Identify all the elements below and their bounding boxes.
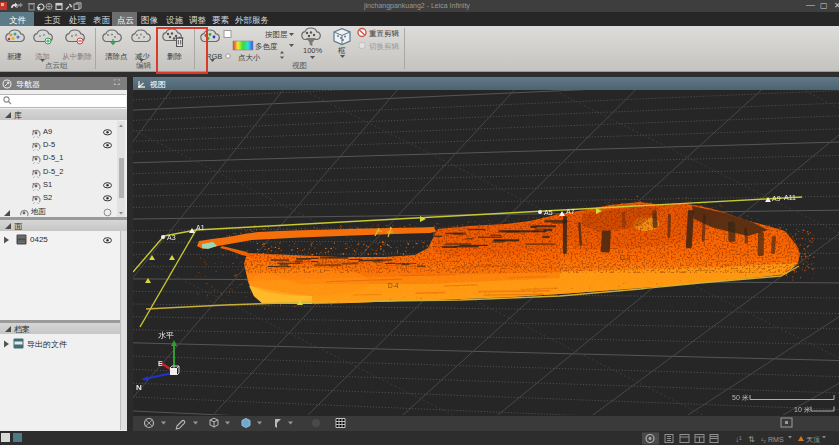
- svg-text:A7: A7: [566, 208, 575, 215]
- svg-text:A11: A11: [784, 194, 796, 201]
- svg-text:50 米: 50 米: [732, 394, 749, 401]
- svg-text:A9: A9: [772, 195, 781, 202]
- svg-text:D-4: D-4: [388, 282, 399, 289]
- svg-text:E: E: [158, 360, 163, 367]
- svg-text:10 米: 10 米: [794, 406, 811, 413]
- svg-text:A5: A5: [544, 209, 553, 216]
- svg-text:⇅: ⇅: [748, 435, 755, 444]
- svg-text:D-3: D-3: [620, 254, 631, 261]
- svg-text:A1: A1: [196, 224, 205, 231]
- svg-text:A3: A3: [167, 234, 176, 241]
- svg-text:↓¹: ↓¹: [735, 435, 742, 444]
- svg-text:¹₂ RMS: ¹₂ RMS: [761, 436, 784, 443]
- svg-text:水平: 水平: [158, 331, 174, 340]
- svg-text:天顶: 天顶: [806, 436, 820, 444]
- svg-text:N: N: [136, 383, 142, 392]
